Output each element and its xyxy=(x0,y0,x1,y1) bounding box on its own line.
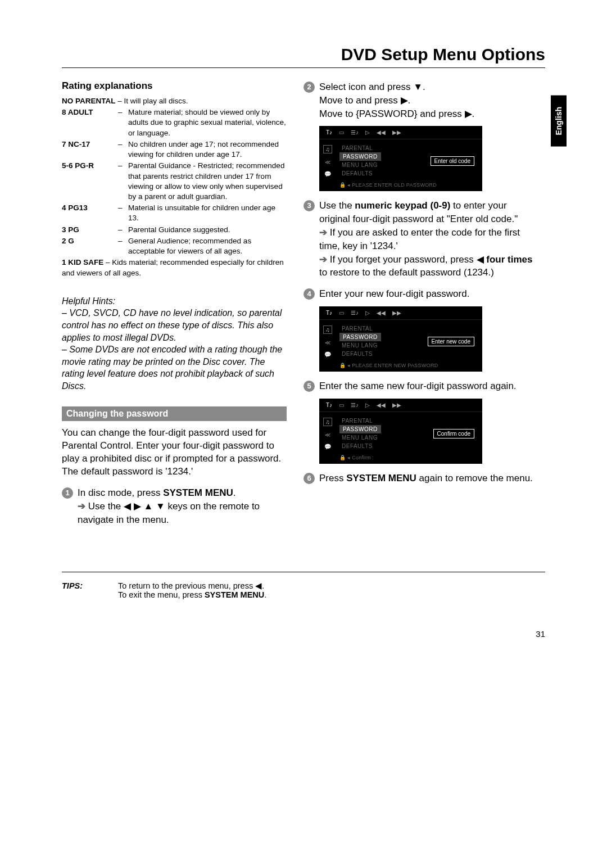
osd-item: DEFAULTS xyxy=(339,169,479,178)
osd-screenshot: T♪▭☰♪▷◀◀▶▶ ♫≪💬 PARENTAL PASSWORD MENU LA… xyxy=(319,126,482,191)
section-banner-password: Changing the password xyxy=(62,406,287,421)
osd-footer: 🔒 ◂ PLEASE ENTER OLD PASSWORD xyxy=(319,180,482,188)
step-subline: If you forget your password, press ◀ fou… xyxy=(319,253,540,280)
tips-line: To exit the menu, press SYSTEM MENU. xyxy=(118,590,266,599)
hints-text: – Some DVDs are not encoded with a ratin… xyxy=(62,343,287,392)
rating-row: 5-6 PG-R–Parental Guidance - Restricted;… xyxy=(62,161,287,202)
lock-icon: 🔒 xyxy=(339,455,346,460)
page-title: DVD Setup Menu Options xyxy=(62,45,545,68)
step-number-icon: 6 xyxy=(304,473,315,484)
osd-screenshot: T♪▭☰♪▷◀◀▶▶ ♫≪💬 PARENTAL PASSWORD MENU LA… xyxy=(319,306,482,372)
left-column: Rating explanations NO PARENTAL – It wil… xyxy=(62,80,287,527)
tips-label: TIPS: xyxy=(62,581,101,599)
section-heading-ratings: Rating explanations xyxy=(62,80,287,92)
hints-title: Helpful Hints: xyxy=(62,295,287,308)
rating-row: NO PARENTAL – It will play all discs. xyxy=(62,96,287,106)
osd-side-icons: ♫≪💬 xyxy=(319,139,336,180)
step-subline: Use the ◀ ▶ ▲ ▼ keys on the remote to na… xyxy=(78,500,287,527)
step-number-icon: 1 xyxy=(62,487,73,499)
step-1: 1 In disc mode, press SYSTEM MENU. Use t… xyxy=(62,486,287,526)
rating-row: 3 PG–Parental Guidance suggested. xyxy=(62,225,287,235)
step-number-icon: 4 xyxy=(304,288,315,300)
tips-line: To return to the previous menu, press ◀. xyxy=(118,581,266,590)
step-subline: If you are asked to enter the code for t… xyxy=(319,226,540,253)
lock-icon: 🔒 xyxy=(339,363,346,368)
step-5: 5 Enter the same new four-digit password… xyxy=(304,379,540,393)
step-number-icon: 3 xyxy=(304,200,315,211)
hints-text: – VCD, SVCD, CD have no level indication… xyxy=(62,307,287,343)
step-number-icon: 5 xyxy=(304,381,315,392)
rating-row: 1 KID SAFE – Kids material; recommended … xyxy=(62,257,287,278)
osd-prompt-box: Confirm code xyxy=(433,429,474,438)
step-4: 4 Enter your new four-digit password. xyxy=(304,287,540,301)
language-tab: English xyxy=(551,96,567,147)
rating-row: 8 ADULT–Mature material; should be viewe… xyxy=(62,107,287,138)
step-3: 3 Use the numeric keypad (0-9) to enter … xyxy=(304,199,540,279)
osd-item: PARENTAL xyxy=(339,144,479,152)
ratings-list: NO PARENTAL – It will play all discs. 8 … xyxy=(62,96,287,278)
step-number-icon: 2 xyxy=(304,82,315,93)
osd-screenshot: T♪▭☰♪▷◀◀▶▶ ♫≪💬 PARENTAL PASSWORD MENU LA… xyxy=(319,399,482,464)
lock-icon: 🔒 xyxy=(339,182,346,188)
manual-page: DVD Setup Menu Options English Rating ex… xyxy=(62,45,545,599)
osd-prompt-box: Enter old code xyxy=(431,156,475,166)
page-number: 31 xyxy=(536,629,545,639)
changing-intro: You can change the four-digit password u… xyxy=(62,427,287,478)
right-column: 2 Select icon and press ▼. Move to and p… xyxy=(304,80,540,527)
rating-row: 2 G–General Audience; recommended as acc… xyxy=(62,236,287,256)
rating-row: 4 PG13–Material is unsuitable for childr… xyxy=(62,203,287,223)
osd-item-selected: PASSWORD xyxy=(339,152,381,161)
rating-row: 7 NC-17–No children under age 17; not re… xyxy=(62,139,287,160)
osd-top-icons: T♪▭☰♪▷◀◀▶▶ xyxy=(319,126,482,139)
tips-footer: TIPS: To return to the previous menu, pr… xyxy=(62,572,545,599)
osd-prompt-box: Enter new code xyxy=(428,337,475,346)
step-2: 2 Select icon and press ▼. Move to and p… xyxy=(304,80,540,120)
step-6: 6 Press SYSTEM MENU again to remove the … xyxy=(304,472,540,485)
helpful-hints: Helpful Hints: – VCD, SVCD, CD have no l… xyxy=(62,295,287,392)
